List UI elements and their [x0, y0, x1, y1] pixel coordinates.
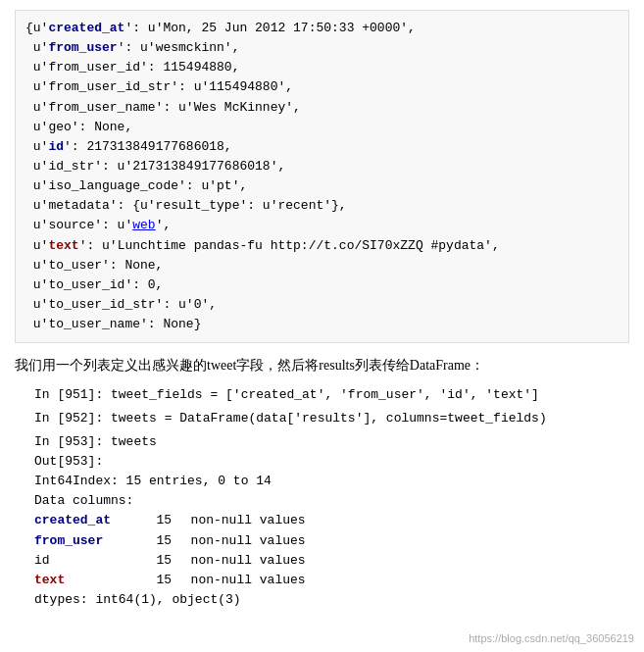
- column-desc: non-null values: [175, 511, 306, 530]
- notebook-section: In [951]: tweet_fields = ['created_at', …: [15, 385, 629, 611]
- column-count: 15: [142, 531, 172, 551]
- column-desc: non-null values: [175, 571, 306, 590]
- column-row: text15 non-null values: [34, 571, 629, 590]
- cell-input: In [953]: tweets: [15, 432, 629, 452]
- columns-table: created_at15 non-null valuesfrom_user15 …: [15, 511, 629, 590]
- column-name: created_at: [34, 511, 142, 530]
- notebook-cell: In [953]: tweetsOut[953]:Int64Index: 15 …: [15, 432, 629, 610]
- main-container: {u'created_at': u'Mon, 25 Jun 2012 17:50…: [0, 0, 644, 652]
- column-desc: non-null values: [175, 531, 306, 551]
- column-name: text: [34, 571, 142, 590]
- column-name: from_user: [34, 531, 142, 551]
- cell-output-label: Out[953]:: [15, 452, 629, 472]
- column-count: 15: [142, 551, 172, 571]
- watermark: https://blog.csdn.net/qq_36056219: [469, 632, 634, 644]
- column-row: from_user15 non-null values: [34, 531, 629, 551]
- column-count: 15: [142, 571, 172, 590]
- output-line: Int64Index: 15 entries, 0 to 14: [15, 472, 629, 491]
- notebook-cell: In [952]: tweets = DataFrame(data['resul…: [15, 409, 629, 428]
- column-count: 15: [142, 511, 172, 530]
- cell-input: In [951]: tweet_fields = ['created_at', …: [15, 385, 629, 405]
- notebook-cell: In [951]: tweet_fields = ['created_at', …: [15, 385, 629, 405]
- dtypes-line: dtypes: int64(1), object(3): [15, 590, 629, 610]
- column-row: created_at15 non-null values: [34, 511, 629, 530]
- column-desc: non-null values: [175, 551, 306, 571]
- description-text: 我们用一个列表定义出感兴趣的tweet字段，然后将results列表传给Data…: [15, 355, 629, 376]
- column-name: id: [34, 551, 142, 571]
- dict-display-block: {u'created_at': u'Mon, 25 Jun 2012 17:50…: [15, 10, 629, 343]
- cell-input: In [952]: tweets = DataFrame(data['resul…: [15, 409, 629, 428]
- column-row: id15 non-null values: [34, 551, 629, 571]
- output-line: Data columns:: [15, 491, 629, 511]
